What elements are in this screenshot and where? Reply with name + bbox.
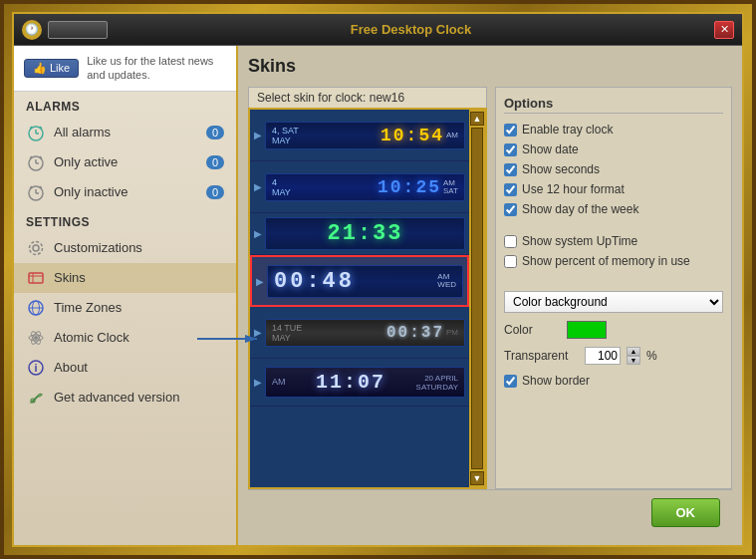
title-bar: 🕐 Free Desktop Clock ✕ [14, 14, 742, 46]
sidebar-item-timezones-container: Time Zones [14, 293, 236, 323]
show-border-checkbox[interactable] [504, 375, 517, 388]
skin-item-2[interactable]: ▶ 4MAY 10:25 AMSAT [250, 161, 469, 213]
chevron-icon-2: ▶ [254, 181, 262, 192]
clock-time-4: 00:48 [274, 269, 355, 294]
all-alarms-label: All alarms [54, 125, 111, 140]
all-alarms-badge: 0 [206, 126, 224, 140]
uptime-checkbox[interactable] [504, 235, 517, 248]
scroll-track[interactable] [471, 128, 483, 469]
only-active-badge: 0 [206, 155, 224, 169]
skin-item-3[interactable]: ▶ 21:33 [250, 213, 469, 255]
info-icon: i [26, 358, 46, 378]
svg-point-15 [33, 245, 39, 251]
svg-rect-17 [29, 273, 43, 283]
chevron-icon-5: ▶ [254, 327, 262, 338]
color-swatch[interactable] [567, 321, 607, 339]
skin-item-5[interactable]: ▶ 14 TUEMAY 00:37 PM [250, 307, 469, 359]
only-inactive-label: Only inactive [54, 184, 127, 199]
option-uptime: Show system UpTime [504, 233, 723, 249]
chevron-icon-6: ▶ [254, 377, 262, 388]
skin-selector: Select skin for clock: new16 ▶ 4, SATMAY [248, 87, 487, 489]
only-inactive-badge: 0 [206, 185, 224, 199]
wrench-icon [26, 388, 46, 408]
facebook-like-button[interactable]: 👍 Like [24, 59, 79, 78]
scroll-up-arrow[interactable]: ▲ [470, 112, 484, 126]
chevron-icon-4: ▶ [256, 276, 264, 287]
option-memory: Show percent of memory in use [504, 253, 723, 269]
sidebar-item-all-alarms[interactable]: All alarms 0 [14, 118, 236, 147]
enable-tray-checkbox[interactable] [504, 124, 517, 137]
clock-time-6: 11:07 [316, 371, 385, 394]
advanced-label: Get advanced version [54, 390, 179, 405]
sidebar-item-skins[interactable]: Skins [14, 263, 236, 293]
clock-ampm-4: AMWED [437, 273, 456, 289]
option-separator-2 [504, 273, 723, 281]
sidebar-item-advanced[interactable]: Get advanced version [14, 383, 236, 413]
close-button[interactable]: ✕ [714, 21, 734, 39]
option-border: Show border [504, 373, 723, 389]
chevron-icon-3: ▶ [254, 228, 262, 239]
like-label: Like [50, 62, 70, 74]
option-show-date: Show date [504, 141, 723, 157]
uptime-label: Show system UpTime [522, 234, 637, 248]
skin-list-container[interactable]: ▶ 4, SATMAY 10:54 AM [248, 108, 487, 489]
show-date-checkbox[interactable] [504, 143, 517, 156]
color-bg-row: Color background [504, 291, 723, 313]
atomic-icon [26, 328, 46, 348]
clock-ampm-2: AMSAT [443, 179, 458, 195]
clock-ampm-5: PM [446, 329, 458, 337]
color-background-dropdown[interactable]: Color background [504, 291, 723, 313]
show-day-checkbox[interactable] [504, 203, 517, 216]
sidebar-item-only-active[interactable]: Only active 0 [14, 147, 236, 177]
clock-ampm-1: AM [446, 132, 458, 140]
sidebar-item-customizations[interactable]: Customizations [14, 233, 236, 263]
options-panel: Options Enable tray clock Show date Show… [495, 87, 732, 489]
settings-section-header: SETTINGS [14, 207, 236, 233]
scroll-down-arrow[interactable]: ▼ [470, 471, 484, 485]
minimize-bar[interactable] [48, 21, 108, 39]
transparent-input[interactable] [585, 347, 621, 365]
sidebar-item-timezones[interactable]: Time Zones [14, 293, 236, 323]
show-seconds-checkbox[interactable] [504, 163, 517, 176]
color-label: Color [504, 323, 559, 337]
spinner-up[interactable]: ▲ [627, 347, 640, 356]
clock-display-4: 00:48 AMWED [267, 265, 463, 298]
option-show-seconds: Show seconds [504, 161, 723, 177]
sidebar-item-about[interactable]: i About [14, 353, 236, 383]
spinner-down[interactable]: ▼ [627, 356, 640, 365]
alarms-section-header: ALARMS [14, 92, 236, 118]
clock-ampm-6: AM [272, 378, 286, 387]
clock-display-2: 4MAY 10:25 AMSAT [265, 173, 465, 201]
skin-selector-label: Select skin for clock: new16 [248, 87, 487, 108]
skin-item-6[interactable]: ▶ AM 11:07 20 APRIL SATURDAY [250, 359, 469, 407]
sidebar-item-atomic-clock[interactable]: Atomic Clock [14, 323, 236, 353]
skin-scrollbar: ▲ ▼ [469, 110, 485, 487]
clock-time-5: 00:37 [386, 324, 444, 342]
window-title: Free Desktop Clock [108, 22, 714, 37]
clock-time-2: 10:25 [378, 177, 441, 197]
clock-date-2: 4MAY [272, 177, 291, 197]
option-enable-tray: Enable tray clock [504, 122, 723, 138]
show-border-label: Show border [522, 374, 590, 388]
ok-button[interactable]: OK [651, 498, 721, 527]
options-title: Options [504, 96, 723, 114]
clock-date-5: 14 TUEMAY [272, 323, 302, 343]
inactive-alarm-icon [26, 182, 46, 202]
12hour-checkbox[interactable] [504, 183, 517, 196]
chevron-icon-1: ▶ [254, 130, 262, 140]
title-bar-left: 🕐 [22, 20, 108, 40]
active-alarm-icon [26, 152, 46, 172]
skin-item-1[interactable]: ▶ 4, SATMAY 10:54 AM [250, 110, 469, 161]
sidebar-item-only-inactive[interactable]: Only inactive 0 [14, 177, 236, 207]
only-active-label: Only active [54, 154, 118, 169]
clock-time-3: 21:33 [327, 221, 402, 246]
show-day-label: Show day of the week [522, 202, 638, 216]
facebook-text: Like us for the latest news and updates. [87, 54, 226, 83]
skin-item-4[interactable]: ▶ 00:48 AMWED [250, 255, 469, 307]
memory-checkbox[interactable] [504, 255, 517, 268]
show-date-label: Show date [522, 142, 579, 156]
atomic-clock-label: Atomic Clock [54, 330, 129, 345]
facebook-bar: 👍 Like Like us for the latest news and u… [14, 46, 236, 92]
clock-display-5: 14 TUEMAY 00:37 PM [265, 319, 465, 347]
panel-title: Skins [248, 56, 732, 77]
